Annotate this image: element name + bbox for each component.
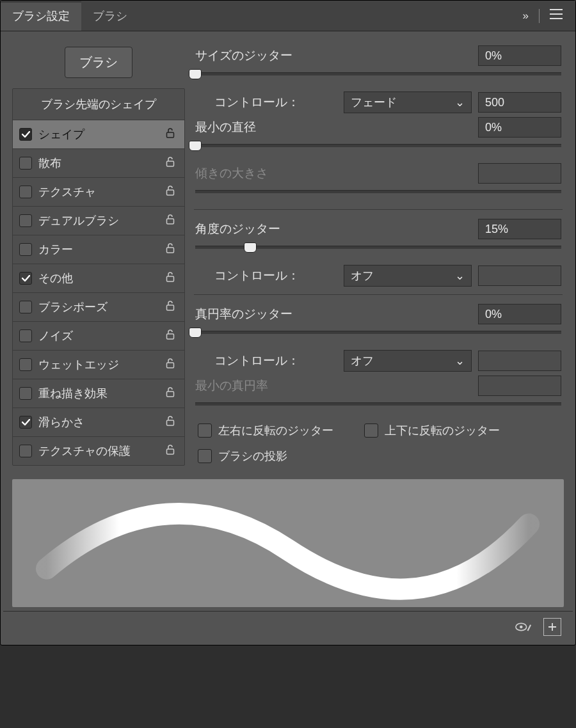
sidebar-item-label: その他 xyxy=(38,271,159,286)
control1-label: コントロール： xyxy=(195,94,337,111)
control1-extra-input[interactable] xyxy=(478,92,561,113)
sidebar-item-8[interactable]: ウェットエッジ xyxy=(13,351,184,379)
control2-extra-input xyxy=(478,265,561,286)
checkbox-icon[interactable] xyxy=(19,387,32,400)
sidebar-item-label: ノイズ xyxy=(38,328,159,344)
brush-projection-checkbox[interactable]: ブラシの投影 xyxy=(195,445,564,468)
panel-menu-icon[interactable] xyxy=(546,6,566,25)
checkbox-icon[interactable] xyxy=(19,358,32,371)
round-jitter-slider[interactable] xyxy=(195,326,561,344)
lock-icon[interactable] xyxy=(165,242,178,257)
checkbox-icon[interactable] xyxy=(19,157,32,170)
sidebar-item-label: ウェットエッジ xyxy=(38,357,159,372)
lock-icon[interactable] xyxy=(165,156,178,171)
chevron-down-icon: ⌄ xyxy=(455,95,465,109)
sidebar-item-7[interactable]: ノイズ xyxy=(13,322,184,351)
toggle-preview-icon[interactable] xyxy=(515,619,532,635)
brush-button[interactable]: ブラシ xyxy=(65,47,132,78)
sidebar-list: ブラシ先端のシェイプ シェイプ散布テクスチャデュアルブラシカラーその他ブラシポー… xyxy=(12,88,185,466)
lock-icon[interactable] xyxy=(165,214,178,228)
lock-icon[interactable] xyxy=(165,444,178,459)
angle-jitter-label: 角度のジッター xyxy=(195,221,472,237)
sidebar-item-0[interactable]: シェイプ xyxy=(13,120,184,149)
lock-icon[interactable] xyxy=(165,300,178,315)
chevron-down-icon: ⌄ xyxy=(455,354,465,368)
svg-rect-7 xyxy=(167,334,174,339)
lock-icon[interactable] xyxy=(165,185,178,200)
flip-y-checkbox[interactable]: 上下に反転のジッター xyxy=(362,419,502,442)
sidebar-item-4[interactable]: カラー xyxy=(13,235,184,264)
tilt-scale-label: 傾きの大きさ xyxy=(195,165,472,182)
checkbox-icon[interactable] xyxy=(19,214,32,227)
lock-icon[interactable] xyxy=(165,358,178,372)
checkbox-icon[interactable] xyxy=(19,445,32,457)
brush-stroke-preview xyxy=(12,479,564,607)
sidebar-item-1[interactable]: 散布 xyxy=(13,149,184,178)
checkbox-icon[interactable] xyxy=(19,329,32,342)
control1-select[interactable]: フェード⌄ xyxy=(344,91,472,113)
sidebar-item-9[interactable]: 重ね描き効果 xyxy=(13,379,184,408)
settings-area: サイズのジッター コントロール： フェード⌄ 最小の直径 傾きの大きさ 角度のジ… xyxy=(193,43,564,468)
min-round-slider xyxy=(195,397,561,415)
size-jitter-slider[interactable] xyxy=(195,67,561,85)
sidebar-item-5[interactable]: その他 xyxy=(13,264,184,293)
chevron-down-icon: ⌄ xyxy=(455,269,465,283)
svg-point-13 xyxy=(520,626,523,629)
sidebar-item-3[interactable]: デュアルブラシ xyxy=(13,207,184,235)
flip-x-checkbox[interactable]: 左右に反転のジッター xyxy=(195,419,336,442)
panel-footer xyxy=(1,612,575,645)
size-jitter-input[interactable] xyxy=(478,45,561,66)
sidebar-item-10[interactable]: 滑らかさ xyxy=(13,408,184,437)
sidebar-item-label: シェイプ xyxy=(38,127,159,142)
tilt-scale-slider xyxy=(195,185,561,203)
sidebar-header[interactable]: ブラシ先端のシェイプ xyxy=(13,89,184,120)
angle-jitter-slider[interactable] xyxy=(195,241,561,258)
sidebar-item-label: テクスチャの保護 xyxy=(38,443,159,459)
checkbox-icon[interactable] xyxy=(19,416,32,429)
angle-jitter-input[interactable] xyxy=(478,219,561,239)
svg-rect-3 xyxy=(167,219,174,224)
tab-brush-settings[interactable]: ブラシ設定 xyxy=(1,1,81,31)
new-preset-button[interactable] xyxy=(543,618,561,636)
svg-rect-5 xyxy=(167,276,174,281)
svg-rect-8 xyxy=(167,363,174,368)
lock-icon[interactable] xyxy=(165,271,178,286)
checkbox-icon[interactable] xyxy=(19,272,32,285)
min-diameter-slider[interactable] xyxy=(195,139,561,157)
svg-rect-0 xyxy=(167,132,174,138)
sidebar-item-label: 滑らかさ xyxy=(38,415,159,430)
size-jitter-label: サイズのジッター xyxy=(195,47,472,64)
svg-rect-9 xyxy=(167,392,174,397)
svg-rect-10 xyxy=(167,420,174,425)
sidebar-item-11[interactable]: テクスチャの保護 xyxy=(13,437,184,465)
checkbox-icon[interactable] xyxy=(19,128,32,141)
min-round-label: 最小の真円率 xyxy=(195,377,472,394)
divider xyxy=(539,9,540,23)
control3-label: コントロール： xyxy=(195,352,337,369)
sidebar-item-label: デュアルブラシ xyxy=(38,213,159,228)
checkbox-icon[interactable] xyxy=(19,243,32,256)
sidebar-item-6[interactable]: ブラシポーズ xyxy=(13,293,184,322)
round-jitter-input[interactable] xyxy=(478,304,561,324)
control3-select[interactable]: オフ⌄ xyxy=(344,350,472,372)
brush-settings-panel: ブラシ設定 ブラシ » ブラシ ブラシ先端のシェイプ シェイプ散布テクスチャデュ… xyxy=(0,0,576,645)
svg-rect-1 xyxy=(167,161,174,166)
sidebar-item-label: ブラシポーズ xyxy=(38,299,159,315)
tab-brushes[interactable]: ブラシ xyxy=(81,1,139,31)
control2-label: コントロール： xyxy=(195,267,337,284)
svg-rect-6 xyxy=(167,305,174,310)
collapse-icon[interactable]: » xyxy=(519,7,532,25)
svg-rect-11 xyxy=(167,449,174,454)
lock-icon[interactable] xyxy=(165,415,178,430)
sidebar-item-label: 散布 xyxy=(38,155,159,171)
checkbox-icon[interactable] xyxy=(19,186,32,198)
round-jitter-label: 真円率のジッター xyxy=(195,306,472,322)
svg-rect-2 xyxy=(167,190,174,195)
control2-select[interactable]: オフ⌄ xyxy=(344,265,472,287)
min-diameter-input[interactable] xyxy=(478,117,561,138)
lock-icon[interactable] xyxy=(165,329,178,344)
lock-icon[interactable] xyxy=(165,127,178,142)
checkbox-icon[interactable] xyxy=(19,301,32,313)
sidebar-item-2[interactable]: テクスチャ xyxy=(13,178,184,207)
lock-icon[interactable] xyxy=(165,386,178,401)
